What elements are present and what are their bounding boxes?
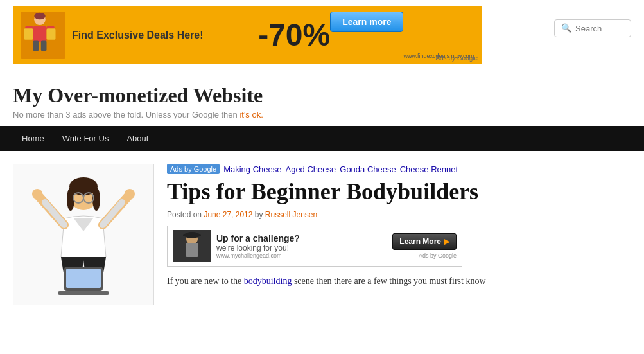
by-label: by [252,210,265,219]
svg-rect-25 [58,291,109,295]
inline-ad-url: www.mychallengead.com [216,252,387,259]
ad-by-google: Ads by Google [435,55,478,62]
svg-point-1 [34,13,46,20]
svg-rect-24 [66,269,101,288]
inline-ad[interactable]: Up for a challenge? we're looking for yo… [167,226,462,267]
inline-ad-footer: Ads by Google [419,252,457,259]
top-section: Find Exclusive Deals Here! -70% Learn mo… [0,0,644,71]
inline-ad-btn-area: Learn More ▶ Ads by Google [392,233,457,259]
nav-home[interactable]: Home [13,126,53,151]
ad-banner[interactable]: Find Exclusive Deals Here! -70% Learn mo… [13,6,482,64]
post-date[interactable]: June 27, 2012 [204,210,252,219]
ad-middle: Find Exclusive Deals Here! -70% [65,20,330,51]
ad-links-row: Ads by Google Making Cheese Aged Cheese … [167,164,631,174]
inline-learn-more-button[interactable]: Learn More ▶ [392,233,457,250]
post-author[interactable]: Russell Jensen [265,210,317,219]
ad-person-image [21,12,65,59]
post-image [13,164,154,305]
svg-rect-30 [183,234,201,236]
ad-discount: -70% [258,20,330,51]
search-box[interactable]: 🔍 [554,19,631,37]
inline-ad-image [173,230,211,262]
search-input[interactable] [575,24,627,33]
svg-rect-8 [47,28,56,40]
post-content: If you are new to the bodybuilding scene… [167,274,631,288]
search-icon: 🔍 [561,23,571,33]
svg-point-22 [125,189,135,199]
svg-rect-7 [24,28,33,40]
ads-by-google-label[interactable]: Ads by Google [167,164,220,174]
post-title: Tips for Beginner Bodybuilders [167,179,631,205]
svg-rect-28 [186,243,198,257]
site-tagline: No more than 3 ads above the fold. Unles… [13,110,631,119]
site-header: My Over-monetized Website No more than 3… [0,71,644,126]
inline-ad-headline: Up for a challenge? [216,233,387,243]
ad-text-area: Find Exclusive Deals Here! [65,29,245,41]
nav-write-for-us[interactable]: Write For Us [53,126,118,151]
posted-label: Posted on [167,210,204,219]
ad-link-making-cheese[interactable]: Making Cheese [223,164,281,174]
ad-link-cheese-rennet[interactable]: Cheese Rennet [400,164,458,174]
content-end: scene then there are a few things you mu… [292,276,485,286]
svg-point-21 [32,189,42,199]
site-title: My Over-monetized Website [13,84,631,107]
ad-link-aged-cheese[interactable]: Aged Cheese [285,164,336,174]
search-wrapper: 🔍 [554,19,631,37]
ad-learn-more-button[interactable]: Learn more [330,12,403,32]
inline-ad-subtext: we're looking for you! [216,243,387,252]
ad-cta-area: Learn more [330,12,403,59]
nav-about[interactable]: About [117,126,157,151]
ad-headline: Find Exclusive Deals Here! [72,29,245,41]
inline-ad-text: Up for a challenge? we're looking for yo… [216,233,387,259]
main-content: Ads by Google Making Cheese Aged Cheese … [0,151,644,318]
svg-rect-3 [33,41,39,51]
svg-rect-2 [33,26,47,42]
ad-link-gouda-cheese[interactable]: Gouda Cheese [340,164,396,174]
nav-bar: Home Write For Us About [0,126,644,151]
play-icon: ▶ [444,237,449,246]
bodybuilding-link[interactable]: bodybuilding [244,276,292,286]
post-meta: Posted on June 27, 2012 by Russell Jense… [167,210,631,219]
svg-rect-4 [41,41,47,51]
content-start: If you are new to the [167,276,244,286]
post-area: Ads by Google Making Cheese Aged Cheese … [167,164,631,305]
